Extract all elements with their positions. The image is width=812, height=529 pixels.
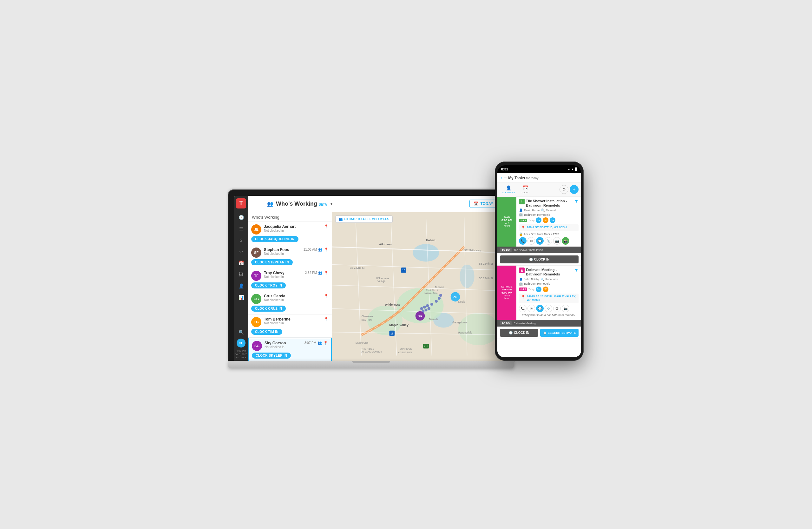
phone-header-title-area: ☰ My Tasks for today [504,175,539,181]
svg-point-1 [413,244,439,261]
phone: 8:31 ▲ ▲ ▊ ‹ ☰ My Tasks for today [495,161,584,361]
svg-text:18: 18 [402,269,405,272]
email2-action-btn[interactable]: ✉ [527,305,535,312]
svg-text:Rock Creek: Rock Creek [426,288,438,291]
pin-icon-cruz: 📍 [324,294,329,298]
todo-label-1: TO DO [500,248,512,252]
signal-icon: ▲ [571,168,574,171]
employee-item-stephan[interactable]: SF Stephan Foos Not clocked in 11:06 AM … [248,245,332,268]
add-task-button[interactable]: + [570,185,579,194]
svg-text:Hobart: Hobart [426,238,435,242]
clock-btn-tom[interactable]: CLOCK TIM IN [251,329,282,335]
filter-button[interactable]: ⚙ [560,185,568,194]
today-tab-label: TODAY [521,191,530,194]
photo2-action-btn[interactable]: 🖼 [553,305,561,312]
phone-app-header: ‹ ☰ My Tasks for today [497,173,581,183]
battery-icon: ▊ [575,168,577,171]
employee-list: JE Jacquelia Aerhart Not clocked in 📍 CL… [248,222,332,361]
svg-text:Village: Village [377,280,386,283]
whos-working-icon: 👥 [267,201,273,207]
referral-icon: 🔍 [541,209,545,212]
chat-action-btn[interactable]: 💬 [536,237,543,245]
svg-point-6 [458,313,499,345]
svg-text:Druid's Glen: Druid's Glen [356,341,368,344]
clock-btn-troy[interactable]: CLOCK TROY IN [251,283,286,288]
employee-item-cruz[interactable]: CG Cruz Garcia Not clocked in 📍 CLOCK CR… [248,291,332,314]
nav-icon-time[interactable]: 🕐 [236,212,246,223]
emp-info-jacquelia: Jacquelia Aerhart Not clocked in [264,224,321,232]
task-2-company: Bathroom Remodels [524,282,550,285]
task-1-company: Bathroom Remodels [524,213,550,216]
sidebar-logo: T [236,198,246,209]
nav-icon-back[interactable]: ↩ [236,246,246,257]
nav-icon-chart[interactable]: 📊 [236,292,246,302]
task-1-expand-icon[interactable]: ▼ [574,199,579,204]
avatar-cruz: CG [251,294,261,304]
clock-in-button-2[interactable]: 🕐 CLOCK IN [500,329,538,337]
emp-name-stephan: Stephan Foos [264,247,301,252]
dropdown-arrow-icon[interactable]: ▼ [330,201,333,206]
task-2-clock-bar: 🕐 CLOCK IN 📋 SEE/EDIT ESTIMATE [497,327,581,339]
nav-icon-people[interactable]: 👤 [236,281,246,291]
camera3-action-btn[interactable]: 📷 [562,305,569,312]
task-1-title: Tile Shower Installation - Bathroom Remo… [526,199,573,208]
camera2-action-btn[interactable]: 📸 [562,237,569,245]
employee-item-jacquelia[interactable]: JE Jacquelia Aerhart Not clocked in 📍 CL… [248,222,332,245]
header-title-area: 👥 Who's Working BETA ▼ [267,201,333,207]
clock-btn-sky[interactable]: CLOCK SKYLER IN [252,353,291,359]
nav-icon-list[interactable]: ☰ [236,224,246,234]
emp-info-sky: Sky Gorson Not clocked in [264,341,302,349]
nav-icon-search[interactable]: 🔍 [236,327,246,337]
phone2-action-btn[interactable]: 📞 [519,305,526,312]
task-2-actions: 📞 ✉ 💬 📎 🖼 📷 [519,305,579,312]
task-2-address[interactable]: 📍 24025 SE 281ST PL MAPLE VALLEY, WA 980… [519,294,579,303]
employee-item-troy[interactable]: TF Troy Chevy Not clocked in 2:32 PM 👥 📍… [248,268,332,291]
see-edit-estimate-button[interactable]: 📋 SEE/EDIT ESTIMATE [540,329,579,337]
phone-back-button[interactable]: ‹ [501,175,502,180]
photo-action-btn[interactable]: 📷 [553,237,561,245]
nav-icon-money[interactable]: $ [236,235,246,245]
nav-icon-calendar[interactable]: 📅 [236,258,246,268]
tasks-tab-label: MY TASKS [503,191,515,194]
avatar-ch3: CH [536,287,541,292]
employee-row-sky: SG Sky Gorson Not clocked in 3:07 PM 👥 📍 [252,341,328,351]
clock-btn-cruz[interactable]: CLOCK CRUZ IN [251,305,286,312]
task-1-lockbox: 🔒 Lock Box Front Door • 1776 [519,232,579,236]
attach-action-btn[interactable]: 📎 [545,237,552,245]
task-1-address[interactable]: 📍 209 A ST SEATTLE, WA 98241 [519,224,579,231]
svg-text:Noble: Noble [458,300,465,303]
phone-screen: ‹ ☰ My Tasks for today 👤 MY TASKS [497,173,581,357]
employee-item-sky[interactable]: SG Sky Gorson Not clocked in 3:07 PM 👥 📍… [248,338,332,361]
chat2-action-btn[interactable]: 💬 [536,305,543,312]
task-1-clock-bar: 🕐 CLOCK IN [497,253,581,265]
task-card-2-header: ESTIMATE MEETING 5:00 PM for an hour E E… [497,266,581,320]
employee-row-troy: TF Troy Chevy Not clocked in 2:32 PM 👥 📍 [251,271,329,281]
fit-map-button[interactable]: 👥 FIT MAP TO ALL EMPLOYEES [335,215,393,223]
todo-text-2: Estimate Meeting [513,322,536,325]
clock-icon-2: 🕐 [509,331,512,334]
phone-tab-today[interactable]: 📅 TODAY [519,184,533,195]
email-action-btn[interactable]: ✉ [527,237,535,245]
nav-icon-gallery[interactable]: 🖼 [236,269,246,280]
app-header: 👥 Who's Working BETA ▼ 📅 TODAY ▼ [262,196,508,212]
phone-action-btn[interactable]: 📞 [519,237,526,245]
emp-meta-jacquelia: 📍 [324,224,329,229]
pin-icon-stephan: 📍 [324,247,329,252]
emp-meta-stephan: 11:06 AM 👥 📍 [304,247,329,252]
employee-row-cruz: CG Cruz Garcia Not clocked in 📍 [251,294,329,304]
task-1-person: David Burke [524,209,539,212]
task-2-expand-icon[interactable]: ▼ [574,268,579,273]
svg-text:SE 224th St: SE 224th St [479,276,493,280]
task-2-person: John Bobby [524,278,539,281]
clock-btn-jacquelia[interactable]: CLOCK JACQUELINE IN [251,236,299,242]
clock-btn-stephan[interactable]: CLOCK STEPHAN IN [251,259,293,265]
phone-task-scroll[interactable]: TASK 8:00 AM for 9 hours T Tile Shower I… [497,197,581,355]
emp-meta-troy: 2:32 PM 👥 📍 [305,271,329,275]
employee-item-tom[interactable]: TG Tom Berberine Not clocked in 📍 CLOCK … [248,314,332,338]
phone-tab-tasks[interactable]: 👤 MY TASKS [500,184,518,195]
task-1-todo-bar: TO DO Tile Shower Installation [497,246,581,253]
task-2-type-icon: E [519,268,525,273]
clock-in-button-1[interactable]: 🕐 CLOCK IN [500,256,579,263]
attach2-action-btn[interactable]: 📎 [545,305,552,312]
avatar-jacquelia: JE [251,224,261,234]
